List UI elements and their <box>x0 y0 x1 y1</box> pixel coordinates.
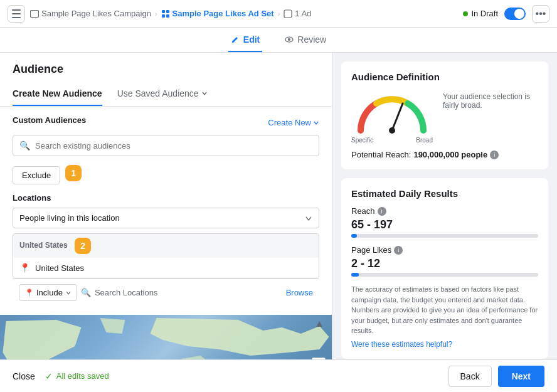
gauge-labels: Specific Broad <box>351 137 433 144</box>
audience-tab-bar: Create New Audience Use Saved Audience <box>0 82 332 107</box>
breadcrumb-adset[interactable]: Sample Page Likes Ad Set <box>161 9 274 18</box>
custom-audiences-search-input[interactable] <box>35 141 312 151</box>
locations-section: Locations People living in this location… <box>0 193 332 315</box>
location-pin-icon: 📍 <box>19 263 30 273</box>
gauge-area: Specific Broad Your audience selection i… <box>351 90 538 144</box>
bottom-right-buttons: Back Next <box>448 366 544 387</box>
reach-label: Reach i <box>351 206 538 216</box>
location-type-dropdown[interactable]: People living in this location <box>13 208 319 228</box>
tab-review[interactable]: Review <box>282 28 329 52</box>
breadcrumb: Sample Page Likes Campaign › Sample Page… <box>30 9 458 18</box>
reach-result-row: Reach i 65 - 197 <box>351 206 538 238</box>
include-left: 📍 Include 🔍 Search Locations <box>19 284 157 301</box>
svg-rect-7 <box>166 14 169 18</box>
svg-rect-1 <box>12 13 21 14</box>
create-new-link[interactable]: Create New <box>268 118 319 127</box>
svg-point-12 <box>389 127 395 134</box>
top-navigation-bar: Sample Page Likes Campaign › Sample Page… <box>0 0 557 28</box>
svg-rect-2 <box>12 17 21 18</box>
potential-reach-info-icon[interactable]: i <box>490 151 499 159</box>
location-box: United States 2 📍 United States <box>13 233 319 278</box>
page-likes-label: Page Likes i <box>351 245 538 255</box>
page-likes-result-row: Page Likes i 2 - 12 <box>351 245 538 277</box>
include-pin-icon: 📍 <box>24 289 34 297</box>
reach-bar-background <box>351 234 538 238</box>
sidebar-toggle-button[interactable] <box>8 5 25 23</box>
search-locations-input[interactable]: 🔍 Search Locations <box>81 288 157 297</box>
browse-link[interactable]: Browse <box>286 288 313 297</box>
svg-line-11 <box>392 103 403 130</box>
svg-rect-0 <box>12 9 21 11</box>
edit-review-tab-bar: Edit Review <box>0 28 557 53</box>
breadcrumb-campaign[interactable]: Sample Page Likes Campaign <box>30 9 151 18</box>
map-area: 📍 ▲ + <box>0 315 332 359</box>
main-layout: Audience Create New Audience Use Saved A… <box>0 53 557 359</box>
estimated-results-title: Estimated Daily Results <box>351 188 538 199</box>
close-button[interactable]: Close <box>13 371 35 381</box>
custom-audiences-label: Custom Audiences <box>13 115 86 125</box>
tab-create-new-audience[interactable]: Create New Audience <box>13 82 102 106</box>
tab-edit[interactable]: Edit <box>228 28 262 52</box>
location-region-header: United States 2 <box>13 234 319 258</box>
step-2-badge: 2 <box>75 238 91 254</box>
locations-label: Locations <box>13 193 319 203</box>
location-name: United States <box>35 263 84 273</box>
svg-rect-4 <box>162 10 165 13</box>
potential-reach: Potential Reach: 190,000,000 people i <box>351 150 538 159</box>
left-panel: Audience Create New Audience Use Saved A… <box>0 53 332 359</box>
breadcrumb-ad[interactable]: 1 Ad <box>284 9 311 18</box>
more-options-button[interactable]: ••• <box>532 5 549 23</box>
draft-toggle[interactable] <box>504 8 526 20</box>
svg-rect-6 <box>162 14 165 18</box>
custom-audiences-section: Custom Audiences Create New 🔍 Exclude 1 <box>0 107 332 193</box>
disclaimer-text: The accuracy of estimates is based on fa… <box>351 284 538 336</box>
svg-rect-8 <box>284 10 292 18</box>
page-likes-bar-fill <box>351 273 359 277</box>
check-icon: ✓ <box>45 371 53 381</box>
svg-rect-3 <box>31 10 39 17</box>
step-1-badge: 1 <box>65 165 82 181</box>
estimated-results-card: Estimated Daily Results Reach i 65 - 197… <box>341 178 548 359</box>
reach-value: 65 - 197 <box>351 218 538 231</box>
draft-status: In Draft <box>463 9 498 18</box>
page-likes-bar-background <box>351 273 538 277</box>
top-bar-right: In Draft ••• <box>463 5 549 23</box>
custom-audiences-search-box[interactable]: 🔍 <box>13 135 319 156</box>
audience-definition-title: Audience Definition <box>351 72 538 82</box>
map-scroll-up[interactable]: ▲ <box>314 318 324 329</box>
next-button[interactable]: Next <box>498 366 544 387</box>
bottom-bar: Close ✓ All edits saved Back Next <box>0 359 557 392</box>
page-title: Audience <box>0 53 332 82</box>
back-button[interactable]: Back <box>448 366 492 387</box>
audience-gauge <box>351 90 433 134</box>
include-dropdown[interactable]: 📍 Include <box>19 284 77 301</box>
page-likes-info-icon[interactable]: i <box>394 246 403 255</box>
exclude-button[interactable]: Exclude <box>13 166 60 184</box>
helpful-link[interactable]: Were these estimates helpful? <box>351 340 538 349</box>
map-zoom-plus-button[interactable]: + <box>312 358 326 359</box>
audience-definition-card: Audience Definition <box>341 61 548 169</box>
draft-dot-icon <box>463 11 468 16</box>
svg-point-10 <box>288 38 290 41</box>
reach-bar-fill <box>351 234 357 238</box>
location-item-usa: 📍 United States <box>13 258 319 278</box>
reach-info-icon[interactable]: i <box>378 207 386 216</box>
saved-status: ✓ All edits saved <box>45 371 109 381</box>
search-icon-include: 🔍 <box>81 288 91 297</box>
search-icon: 🔍 <box>19 140 30 151</box>
svg-rect-5 <box>166 10 169 13</box>
tab-use-saved-audience[interactable]: Use Saved Audience <box>117 82 208 106</box>
right-panel: Audience Definition <box>332 53 557 359</box>
page-likes-value: 2 - 12 <box>351 257 538 270</box>
include-search-bar: 📍 Include 🔍 Search Locations Browse <box>13 278 319 306</box>
audience-description: Your audience selection is fairly broad. <box>443 90 538 110</box>
map-background: 📍 ▲ + <box>0 315 332 359</box>
custom-audiences-header: Custom Audiences Create New <box>13 115 319 130</box>
